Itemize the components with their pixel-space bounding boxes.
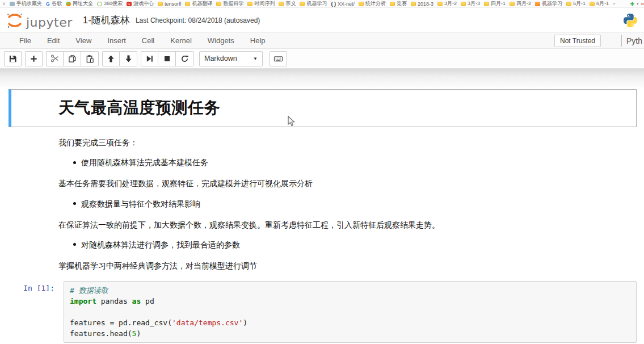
bookmark-label: 统计分析 — [365, 0, 386, 7]
collect-icon[interactable]: ✂ — [641, 1, 644, 7]
checkpoint-status: Last Checkpoint: 08/24/2018 (autosaved) — [136, 16, 260, 24]
folder-icon — [216, 2, 221, 6]
move-cell-up-button[interactable] — [102, 51, 120, 66]
toolbar-button-group — [4, 51, 22, 66]
refresh-icon — [180, 54, 189, 63]
bookmark-item[interactable]: 机器学习 — [535, 0, 562, 7]
bookmark-item[interactable]: G谷歌 — [46, 0, 62, 7]
folder-icon — [300, 2, 305, 6]
bookmark-label: 机器学习 — [542, 0, 562, 7]
markdown-text: 我们要完成三项任务： — [58, 138, 138, 147]
bookmark-item[interactable]: G游戏中心 — [127, 0, 154, 7]
bookmark-item[interactable]: 数据科学 — [216, 0, 243, 7]
cut-cell-button[interactable] — [46, 51, 64, 66]
bullet-disc — [73, 202, 76, 205]
menu-item-help[interactable]: Help — [242, 33, 273, 48]
menu-item-insert[interactable]: Insert — [99, 33, 134, 48]
add-cell-button[interactable] — [25, 51, 43, 66]
interrupt-kernel-button[interactable] — [158, 51, 176, 66]
bookmark-item[interactable]: tensorfl — [158, 1, 182, 7]
menu-item-kernel[interactable]: Kernel — [162, 33, 200, 48]
bookmark-label: 数据科学 — [223, 0, 243, 7]
bookmark-item[interactable]: 3月-3 — [461, 0, 480, 7]
chevron-down-icon[interactable]: ∨ — [2, 1, 6, 6]
bookmark-item[interactable]: 时间序列 — [247, 0, 275, 7]
bookmark-label: XX-net/ — [338, 1, 355, 7]
command-palette-button[interactable] — [270, 51, 287, 66]
bookmark-item[interactable]: 四月-2 — [510, 0, 531, 7]
bookmark-label: 3月-2 — [444, 0, 457, 7]
notebook-title[interactable]: 1-随机森林 — [83, 14, 130, 27]
bookmark-label: 手机收藏夹 — [16, 0, 42, 7]
code-editor[interactable]: # 数据读取import pandas as pd features = pd.… — [64, 281, 637, 343]
arrow-down-icon — [124, 54, 133, 63]
bookmarks-overflow-icon[interactable]: » — [613, 1, 615, 6]
menu-item-cell[interactable]: Cell — [134, 33, 162, 48]
menu-item-widgets[interactable]: Widgets — [200, 33, 242, 48]
bookmark-item[interactable]: ( )XX-net/ — [331, 1, 355, 7]
nav-grid-icon — [66, 2, 71, 6]
markdown-paragraph: 掌握机器学习中两种经典调参方法，对当前模型进行调节 — [58, 260, 627, 271]
keyboard-icon — [273, 54, 283, 63]
bookmark-item[interactable]: 5月-1 — [566, 0, 586, 7]
jupyter-logo-text: jupyter — [26, 15, 73, 30]
menu-item-file[interactable]: File — [11, 33, 39, 48]
bookmark-item[interactable]: 机器翻译 — [185, 0, 212, 7]
save-button[interactable] — [4, 51, 22, 66]
bookmark-item[interactable]: 6月-1 — [590, 0, 609, 7]
bookmark-label: 四月-1 — [491, 0, 506, 7]
bookmark-label: 宗义 — [285, 0, 296, 7]
screen: ∨ 手机收藏夹G谷歌网址大全360搜索G游戏中心tensorfl机器翻译数据科学… — [0, 0, 644, 344]
copy-cell-button[interactable] — [64, 51, 81, 66]
bullet-disc — [73, 243, 76, 246]
bookmark-item[interactable]: 机器学习 — [300, 0, 327, 7]
bookmark-item[interactable]: 四月-1 — [484, 0, 506, 7]
bookmark-item[interactable]: 竞赛 — [390, 0, 407, 7]
cell-type-dropdown[interactable]: Markdown ▼ — [199, 51, 263, 66]
jupyter-logo[interactable]: jupyter — [6, 11, 73, 30]
bookmark-item[interactable]: 2018-3 — [411, 1, 433, 7]
menu-item-edit[interactable]: Edit — [39, 33, 68, 48]
bookmark-item[interactable]: 360搜索 — [97, 0, 123, 7]
folder-icon — [437, 2, 443, 6]
markdown-cell-tasks[interactable]: 我们要完成三项任务：使用随机森林算法完成基本建模任务基本任务需要我们处理数据，观… — [58, 137, 627, 271]
restart-kernel-button[interactable] — [176, 51, 193, 66]
run-cell-button[interactable] — [141, 51, 158, 66]
bookmark-label: 四月-2 — [516, 0, 531, 7]
jupyter-header: jupyter 1-随机森林 Last Checkpoint: 08/24/20… — [0, 8, 644, 32]
chevron-down-icon: ▼ — [253, 56, 258, 61]
bullet-disc — [73, 161, 76, 164]
bookmark-item[interactable]: 网址大全 — [66, 0, 93, 7]
google-g-icon: G — [46, 2, 50, 6]
bookmark-item[interactable]: 3月-2 — [437, 0, 457, 7]
markdown-bullet: 对随机森林算法进行调参，找到最合适的参数 — [58, 240, 627, 250]
move-cell-down-button[interactable] — [120, 51, 137, 66]
phone-icon — [10, 2, 15, 6]
code-cell[interactable]: In [1]: # 数据读取import pandas as pd featur… — [9, 281, 644, 343]
not-trusted-button[interactable]: Not Trusted — [554, 35, 601, 47]
bookmark-add-icon[interactable]: ✚ — [630, 1, 634, 7]
input-prompt: In [1]: — [9, 281, 64, 343]
markdown-cell-title[interactable]: 天气最高温度预测任务 — [9, 89, 637, 127]
bookmark-item[interactable]: 宗义 — [279, 0, 296, 7]
bookmark-label: 5月-1 — [573, 0, 586, 7]
markdown-text: 在保证算法一致的前提下，加大数据个数，观察结果变换。重新考虑特征工程，引入新特征… — [58, 220, 440, 229]
copy-icon — [68, 54, 77, 63]
bookmark-label: 360搜索 — [104, 0, 123, 7]
markdown-text: 基本任务需要我们处理数据，观察特征，完成建模并进行可视化展示分析 — [58, 179, 313, 188]
menu-item-view[interactable]: View — [68, 33, 99, 48]
bookmark-item[interactable]: 手机收藏夹 — [10, 0, 42, 7]
cell-type-value: Markdown — [204, 54, 237, 62]
scissors-icon — [50, 54, 60, 63]
paste-cell-button[interactable] — [81, 51, 99, 66]
step-forward-icon — [145, 54, 154, 63]
folder-icon — [510, 2, 515, 6]
plus-icon — [30, 54, 38, 63]
python-logo-icon — [622, 12, 638, 28]
bookmark-label: 游戏中心 — [133, 0, 154, 7]
folder-icon — [247, 2, 252, 6]
bookmark-item[interactable]: 统计分析 — [359, 0, 386, 7]
toolbar-button-group — [25, 51, 43, 66]
caret-down-icon[interactable]: ▾ — [637, 2, 639, 6]
folder-icon — [390, 2, 395, 6]
